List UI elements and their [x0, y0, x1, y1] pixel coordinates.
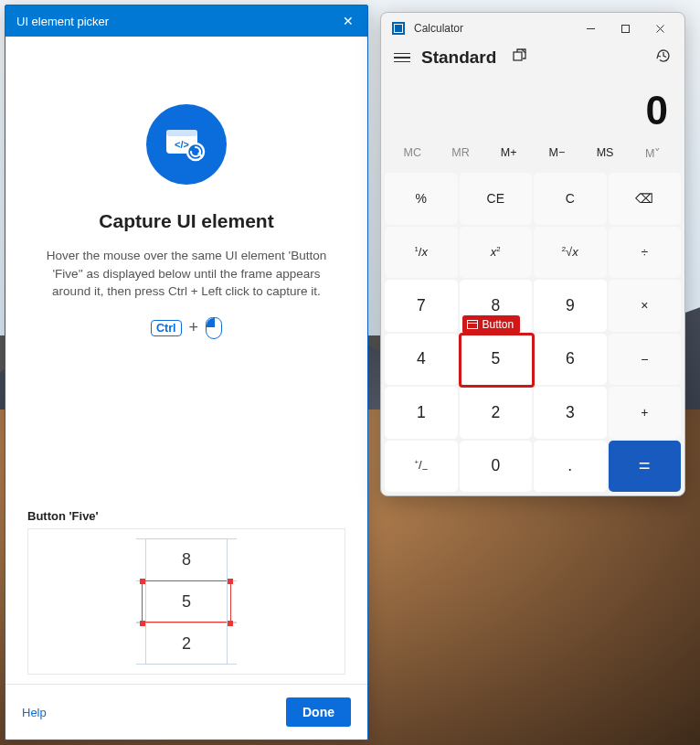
calculator-keypad: % CE C ⌫ 1/x x2 2√x ÷ 7 8 9 × 4 5 6 − 1 … [381, 171, 684, 495]
picker-description: Hover the mouse over the same UI element… [36, 247, 337, 301]
picker-footer: Help Done [5, 684, 367, 740]
calculator-app-icon [392, 22, 405, 35]
preview-card: 8 5 2 [27, 528, 345, 675]
calculator-header: Standard [381, 44, 684, 71]
calculator-title: Calculator [414, 22, 573, 35]
preview-section: Button 'Five' 8 5 2 [27, 509, 345, 684]
calculator-window: Calculator Standard 0 MC MR M+ M− MS M˅ … [380, 12, 685, 496]
close-button[interactable] [642, 16, 677, 41]
memory-clear-button: MC [388, 141, 437, 165]
add-button[interactable]: + [609, 387, 682, 439]
digit-4-button[interactable]: 4 [385, 334, 458, 386]
percent-button[interactable]: % [385, 173, 458, 225]
ui-element-picker-window: UI element picker ✕ </> Capture UI eleme… [5, 5, 368, 740]
preview-cell-top: 8 [136, 538, 237, 580]
clear-button[interactable]: C [534, 173, 607, 225]
backspace-button[interactable]: ⌫ [609, 173, 682, 225]
svg-rect-1 [166, 130, 197, 136]
memory-store-button[interactable]: MS [581, 141, 630, 165]
clear-entry-button[interactable]: CE [460, 173, 533, 225]
subtract-button[interactable]: − [609, 334, 682, 386]
calculator-titlebar: Calculator [381, 13, 684, 44]
minimize-button[interactable] [573, 16, 608, 41]
square-button[interactable]: x2 [460, 227, 533, 279]
memory-subtract-button[interactable]: M− [533, 141, 581, 165]
mode-label: Standard [421, 48, 496, 68]
negate-button[interactable]: +/− [385, 441, 458, 493]
svg-rect-6 [621, 25, 629, 32]
picker-heading: Capture UI element [99, 210, 273, 232]
digit-7-button[interactable]: 7 [385, 280, 458, 332]
picker-body: </> Capture UI element Hover the mouse o… [5, 37, 367, 684]
digit-2-button[interactable]: 2 [460, 387, 533, 439]
done-button[interactable]: Done [286, 697, 351, 727]
menu-icon[interactable] [394, 53, 410, 63]
memory-add-button[interactable]: M+ [484, 141, 533, 165]
digit-5-button[interactable]: 5 [460, 334, 533, 386]
picker-shortcut-hint: Ctrl + [151, 317, 222, 339]
maximize-button[interactable] [608, 16, 642, 41]
multiply-button[interactable]: × [609, 280, 682, 332]
preview-cell-bottom: 2 [136, 623, 237, 665]
digit-6-button[interactable]: 6 [534, 334, 607, 386]
picker-titlebar: UI element picker ✕ [5, 5, 367, 37]
element-tooltip: Button [462, 315, 521, 334]
digit-3-button[interactable]: 3 [534, 387, 607, 439]
keep-on-top-icon[interactable] [513, 48, 527, 67]
memory-recall-button: MR [437, 141, 485, 165]
preview-highlight-box [142, 580, 231, 623]
divide-button[interactable]: ÷ [609, 227, 682, 279]
decimal-button[interactable]: . [534, 441, 607, 493]
svg-point-3 [187, 144, 204, 160]
picker-title: UI element picker [16, 15, 340, 28]
tooltip-label: Button [483, 318, 514, 331]
digit-9-button[interactable]: 9 [534, 280, 607, 332]
preview-label: Button 'Five' [27, 509, 345, 523]
plus-icon: + [189, 318, 199, 337]
memory-list-button: M˅ [629, 141, 677, 165]
ctrl-key-chip: Ctrl [151, 320, 182, 336]
reciprocal-button[interactable]: 1/x [385, 227, 458, 279]
close-icon[interactable]: ✕ [340, 14, 356, 28]
digit-1-button[interactable]: 1 [385, 387, 458, 439]
mouse-left-click-icon [206, 317, 222, 339]
square-root-button[interactable]: 2√x [534, 227, 607, 279]
capture-icon: </> [146, 104, 227, 185]
calculator-display: 0 [381, 71, 684, 139]
history-icon[interactable] [655, 48, 672, 68]
memory-row: MC MR M+ M− MS M˅ [381, 139, 684, 171]
window-icon [467, 320, 478, 329]
equals-button[interactable]: = [609, 441, 682, 493]
svg-rect-9 [514, 52, 522, 60]
digit-0-button[interactable]: 0 [460, 441, 533, 493]
help-link[interactable]: Help [22, 706, 47, 719]
